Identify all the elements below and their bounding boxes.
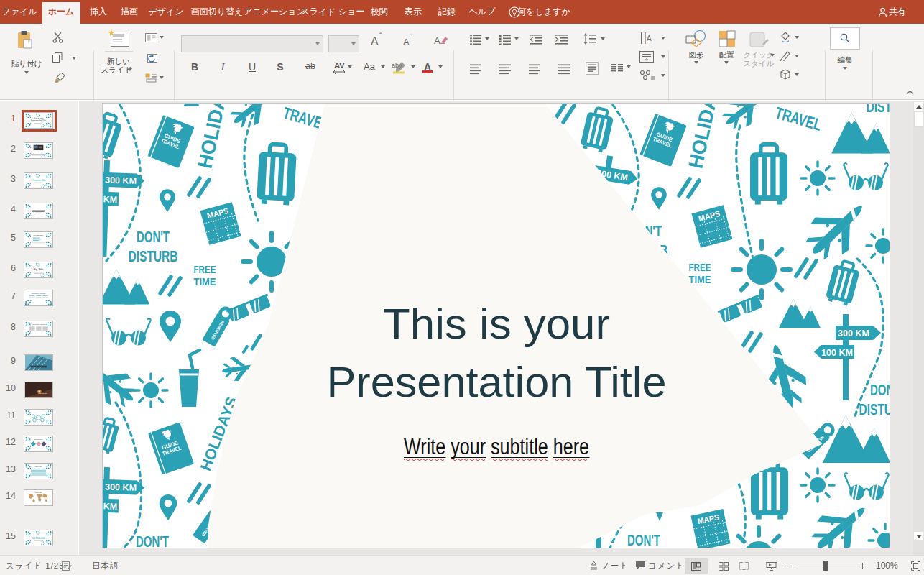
svg-text:World map: World map — [35, 492, 43, 493]
svg-text:DON'T: DON'T — [137, 229, 170, 246]
svg-text:1. Transition Slide: 1. Transition Slide — [31, 178, 46, 181]
svg-text:DON'T: DON'T — [136, 533, 169, 548]
svg-text:Photo with caption: Photo with caption — [32, 151, 46, 152]
svg-text:Our table slide: Our table slide — [33, 234, 44, 236]
svg-text:Presentation Title: Presentation Title — [327, 358, 667, 406]
svg-text:300 KM: 300 KM — [105, 482, 137, 493]
svg-text:300 KM: 300 KM — [105, 175, 137, 186]
svg-text:Content by columns: Content by columns — [32, 293, 46, 294]
svg-text:“: “ — [38, 208, 39, 210]
svg-text:DON'T: DON'T — [870, 382, 890, 399]
svg-text:This is your: This is your — [383, 300, 610, 348]
svg-text:300 KM: 300 KM — [838, 328, 869, 339]
svg-text:HOLIDAY: HOLIDAY — [684, 104, 724, 170]
svg-text:FREE: FREE — [194, 263, 216, 275]
svg-text:Image slide title: Image slide title — [34, 366, 43, 367]
svg-text:TRAVEL: TRAVEL — [773, 104, 824, 134]
svg-text:Write your subtitle here: Write your subtitle here — [404, 434, 589, 459]
svg-text:Image slide title: Image slide title — [38, 392, 47, 394]
svg-text:DON'T: DON'T — [627, 532, 660, 548]
svg-text:HOLIDAY: HOLIDAY — [193, 104, 233, 170]
svg-text:Mockup slide: Mockup slide — [34, 438, 44, 440]
svg-text:100 KM: 100 KM — [103, 193, 117, 205]
svg-text:TIME: TIME — [194, 275, 216, 288]
svg-text:DISTURB: DISTURB — [859, 401, 890, 418]
svg-text:100 KM: 100 KM — [821, 348, 853, 358]
svg-text:DISTURB: DISTURB — [867, 104, 890, 116]
svg-text:FREE: FREE — [689, 261, 711, 273]
svg-text:Big Title: Big Title — [34, 268, 44, 271]
svg-text:DISTURB: DISTURB — [129, 248, 178, 265]
svg-text:Content by columns: Content by columns — [32, 323, 46, 325]
svg-text:Diagram of circles: Diagram of circles — [32, 411, 44, 413]
svg-text:Table slide: Table slide — [35, 465, 42, 466]
svg-text:100 KM: 100 KM — [103, 500, 117, 512]
svg-text:93,750,000: 93,750,000 — [32, 537, 45, 540]
svg-text:A: A — [647, 34, 652, 42]
svg-text:TIME: TIME — [689, 273, 711, 285]
